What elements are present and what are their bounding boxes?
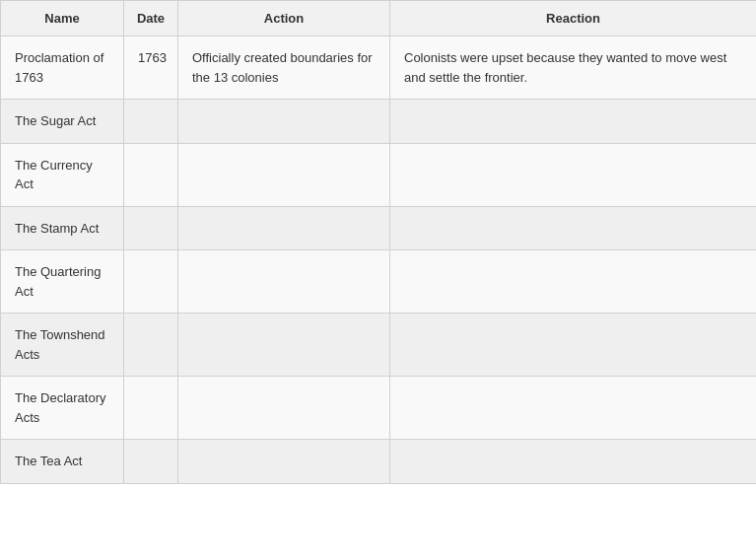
cell-date[interactable] bbox=[124, 377, 178, 440]
cell-name[interactable]: Proclamation of 1763 bbox=[1, 36, 124, 100]
header-date: Date bbox=[124, 1, 178, 36]
cell-reaction[interactable]: Colonists were upset because they wanted… bbox=[390, 36, 757, 100]
table-row: The Currency Act bbox=[1, 143, 757, 206]
cell-action[interactable] bbox=[178, 314, 390, 377]
cell-date[interactable] bbox=[124, 206, 178, 250]
cell-action[interactable] bbox=[178, 377, 390, 440]
cell-action[interactable] bbox=[178, 100, 390, 144]
table-row: The Tea Act bbox=[1, 440, 757, 484]
table-row: The Sugar Act bbox=[1, 100, 757, 144]
cell-name[interactable]: The Quartering Act bbox=[1, 250, 124, 314]
header-action: Action bbox=[178, 1, 390, 36]
cell-reaction[interactable] bbox=[390, 250, 757, 314]
cell-name[interactable]: The Townshend Acts bbox=[1, 314, 124, 377]
cell-date[interactable] bbox=[124, 440, 178, 484]
cell-date[interactable] bbox=[124, 143, 178, 206]
cell-name[interactable]: The Currency Act bbox=[1, 143, 124, 206]
cell-reaction[interactable] bbox=[390, 143, 757, 206]
cell-reaction[interactable] bbox=[390, 440, 757, 484]
table-row: The Townshend Acts bbox=[1, 314, 757, 377]
table-row: The Declaratory Acts bbox=[1, 377, 757, 440]
cell-reaction[interactable] bbox=[390, 377, 757, 440]
cell-reaction[interactable] bbox=[390, 314, 757, 377]
cell-date[interactable] bbox=[124, 100, 178, 144]
cell-name[interactable]: The Tea Act bbox=[1, 440, 124, 484]
cell-reaction[interactable] bbox=[390, 100, 757, 144]
cell-action[interactable] bbox=[178, 143, 390, 206]
table-row: The Quartering Act bbox=[1, 250, 757, 314]
table-row: Proclamation of 17631763Officially creat… bbox=[1, 36, 757, 100]
cell-action[interactable] bbox=[178, 206, 390, 250]
cell-date[interactable] bbox=[124, 250, 178, 314]
cell-date[interactable]: 1763 bbox=[124, 36, 178, 100]
cell-action[interactable] bbox=[178, 440, 390, 484]
cell-action[interactable] bbox=[178, 250, 390, 314]
cell-action[interactable]: Officially created boundaries for the 13… bbox=[178, 36, 390, 100]
cell-reaction[interactable] bbox=[390, 206, 757, 250]
cell-name[interactable]: The Stamp Act bbox=[1, 206, 124, 250]
cell-date[interactable] bbox=[124, 314, 178, 377]
table-row: The Stamp Act bbox=[1, 206, 757, 250]
header-reaction: Reaction bbox=[390, 1, 757, 36]
cell-name[interactable]: The Declaratory Acts bbox=[1, 377, 124, 440]
header-name: Name bbox=[1, 1, 124, 36]
cell-name[interactable]: The Sugar Act bbox=[1, 100, 124, 144]
